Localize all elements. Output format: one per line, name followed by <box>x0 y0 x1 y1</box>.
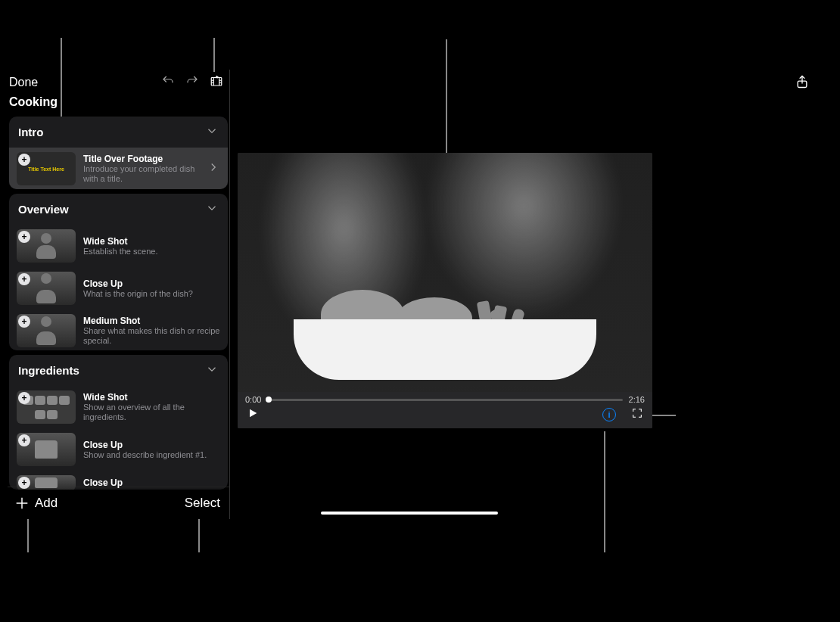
callout-line <box>198 515 200 552</box>
shot-desc: Share what makes this dish or recipe spe… <box>83 326 220 346</box>
chevron-down-icon <box>205 124 219 140</box>
shot-wide-shot[interactable]: + Wide Shot Establish the scene. <box>9 225 228 267</box>
redo-button[interactable] <box>185 74 199 91</box>
fullscreen-button[interactable] <box>631 407 643 422</box>
shot-title: Close Up <box>83 440 220 450</box>
section-ingredients: Ingredients + Wide Shot Show an overview… <box>9 355 228 490</box>
shot-desc: Establish the scene. <box>83 247 220 257</box>
shot-text: Close Up Show and describe ingredient #1… <box>83 440 220 460</box>
play-button[interactable] <box>247 407 259 422</box>
shot-ingredient-2[interactable]: + Close Up <box>9 471 228 490</box>
shot-title: Close Up <box>83 477 220 488</box>
sidebar-footer: Add Select <box>8 487 229 519</box>
undo-button[interactable] <box>161 74 175 91</box>
toolbar-icons <box>161 74 223 91</box>
info-button[interactable]: i <box>602 408 616 421</box>
chevron-down-icon <box>205 201 219 217</box>
section-label: Overview <box>18 203 69 216</box>
shot-desc: Show and describe ingredient #1. <box>83 450 220 460</box>
section-label: Ingredients <box>18 364 79 377</box>
timeline[interactable]: 0:00 2:16 <box>238 392 652 407</box>
scrubber-track[interactable] <box>267 399 622 401</box>
section-header-intro[interactable]: Intro <box>9 117 228 148</box>
shot-ingredient-1[interactable]: + Close Up Show and describe ingredient … <box>9 428 228 471</box>
section-label: Intro <box>18 126 43 138</box>
project-title: Cooking <box>8 92 229 117</box>
callout-line <box>27 515 29 552</box>
player-controls: i <box>238 407 652 425</box>
shot-list: Intro + Title Text Here Title Over Foota… <box>8 117 229 490</box>
add-button[interactable]: Add <box>14 495 58 512</box>
shot-close-up[interactable]: + Close Up What is the origin of the dis… <box>9 267 228 309</box>
shot-text: Title Over Footage Introduce your comple… <box>83 154 199 184</box>
shot-desc: Show an overview of all the ingredients. <box>83 403 220 422</box>
shot-title: Wide Shot <box>83 392 220 403</box>
shot-title: Medium Shot <box>83 316 220 326</box>
time-duration: 2:16 <box>629 395 645 404</box>
shot-text: Wide Shot Show an overview of all the in… <box>83 392 220 422</box>
home-indicator <box>321 512 498 515</box>
add-label: Add <box>35 496 58 511</box>
add-clip-icon[interactable]: + <box>18 154 30 166</box>
player-bar: 0:00 2:16 i <box>238 392 652 428</box>
chevron-right-icon <box>207 160 220 178</box>
shot-text: Close Up What is the origin of the dish? <box>83 278 220 299</box>
chevron-down-icon <box>205 362 219 378</box>
shot-desc: What is the origin of the dish? <box>83 289 220 299</box>
section-overview: Overview + Wide Shot Establish the scene… <box>9 194 228 350</box>
shot-desc: Introduce your completed dish with a tit… <box>83 164 199 184</box>
select-button[interactable]: Select <box>185 496 220 511</box>
main-toolbar <box>230 70 832 92</box>
callout-line <box>213 38 215 72</box>
shot-medium-shot[interactable]: + Medium Shot Share what makes this dish… <box>9 309 228 350</box>
scrubber-playhead[interactable] <box>266 397 272 403</box>
done-button[interactable]: Done <box>9 76 38 89</box>
storyboard-settings-button[interactable] <box>210 74 223 91</box>
shot-text: Medium Shot Share what makes this dish o… <box>83 316 220 346</box>
shot-text: Close Up <box>83 477 220 488</box>
thumbnail-title-text: Title Text Here <box>28 166 64 172</box>
sidebar: Done Cooking Intro <box>8 70 230 519</box>
viewer-wrap: 0:00 2:16 i <box>230 92 832 519</box>
shot-text: Wide Shot Establish the scene. <box>83 236 220 257</box>
shot-title: Title Over Footage <box>83 154 199 164</box>
video-viewer[interactable]: 0:00 2:16 i <box>238 153 652 428</box>
section-intro: Intro + Title Text Here Title Over Foota… <box>9 117 228 189</box>
shot-ingredients-wide[interactable]: + Wide Shot Show an overview of all the … <box>9 386 228 428</box>
preview-scene <box>238 153 652 428</box>
sidebar-toolbar: Done <box>8 70 229 92</box>
time-current: 0:00 <box>245 395 261 404</box>
app-window: Done Cooking Intro <box>8 70 832 519</box>
section-header-overview[interactable]: Overview <box>9 194 228 225</box>
svg-rect-0 <box>211 78 222 86</box>
shot-title-over-footage[interactable]: + Title Text Here Title Over Footage Int… <box>9 148 228 189</box>
section-header-ingredients[interactable]: Ingredients <box>9 355 228 386</box>
shot-title: Wide Shot <box>83 236 220 247</box>
shot-title: Close Up <box>83 278 220 289</box>
share-button[interactable] <box>795 74 810 92</box>
main-area: 0:00 2:16 i <box>230 70 832 519</box>
